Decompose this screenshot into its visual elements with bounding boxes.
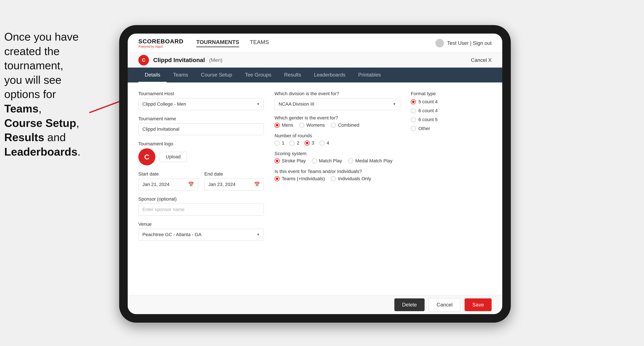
tab-teams[interactable]: Teams [167, 68, 194, 82]
format-other-label: Other [418, 126, 430, 131]
annotation-course-setup: Course Setup [4, 117, 76, 129]
annotation-line3: tournament, [4, 59, 64, 72]
rounds-4-radio[interactable] [320, 141, 324, 146]
division-group: Which division is the event for? NCAA Di… [274, 91, 400, 110]
tournament-gender: (Men) [209, 57, 222, 63]
gender-mens-label: Mens [282, 122, 293, 128]
venue-label: Venue [138, 221, 264, 227]
teams-radio-group: Teams (+Individuals) Individuals Only [274, 176, 400, 181]
gender-womens-radio[interactable] [299, 123, 304, 128]
format-5count4-label: 5 count 4 [418, 99, 438, 105]
end-date-input[interactable]: Jan 23, 2024 📅 [204, 178, 264, 190]
tab-details[interactable]: Details [138, 68, 167, 82]
user-sign-out[interactable]: Test User | Sign out [447, 40, 492, 46]
date-row: Start date Jan 21, 2024 📅 End date Jan 2… [138, 171, 264, 190]
format-6count4-radio[interactable] [411, 108, 416, 113]
nav-link-teams[interactable]: TEAMS [250, 39, 269, 47]
save-button[interactable]: Save [464, 298, 492, 311]
annotation-results: Results [4, 131, 44, 144]
nav-links: TOURNAMENTS TEAMS [196, 39, 269, 47]
col-far-right: Format type 5 count 4 6 count 4 6 count … [411, 91, 492, 287]
venue-select[interactable]: Peachtree GC - Atlanta - GA ▼ [138, 229, 264, 241]
teams-plus-individuals[interactable]: Teams (+Individuals) [274, 176, 325, 181]
rounds-1-radio[interactable] [274, 141, 280, 146]
individuals-only-label: Individuals Only [338, 176, 371, 181]
rounds-3-radio[interactable] [304, 141, 310, 146]
scoring-match[interactable]: Match Play [312, 158, 342, 164]
format-5count4-radio[interactable] [411, 99, 416, 104]
gender-group: Which gender is the event for? Mens Wome… [274, 115, 400, 128]
sponsor-input[interactable]: Enter sponsor name [138, 204, 264, 215]
rounds-3[interactable]: 3 [304, 140, 314, 146]
scoring-stroke-radio[interactable] [274, 158, 280, 164]
division-arrow-icon: ▼ [393, 102, 396, 106]
annotation-line2: created the [4, 45, 60, 57]
upload-button[interactable]: Upload [160, 152, 187, 162]
tab-results[interactable]: Results [278, 68, 308, 82]
tournament-host-group: Tournament Host Clippd College - Men ▼ [138, 91, 264, 110]
top-nav: SCOREBOARD Powered by clippd TOURNAMENTS… [128, 34, 502, 53]
tournament-host-select[interactable]: Clippd College - Men ▼ [138, 98, 264, 110]
cancel-tournament-button[interactable]: Cancel X [471, 57, 492, 63]
rounds-radio-group: 1 2 3 4 [274, 140, 400, 146]
scoring-stroke[interactable]: Stroke Play [274, 158, 306, 164]
tournament-host-label: Tournament Host [138, 91, 264, 97]
tab-leaderboards[interactable]: Leaderboards [308, 68, 352, 82]
format-6count4[interactable]: 6 count 4 [411, 107, 492, 114]
format-5count4[interactable]: 5 count 4 [411, 98, 492, 105]
gender-womens[interactable]: Womens [299, 122, 325, 128]
start-date-input[interactable]: Jan 21, 2024 📅 [138, 178, 198, 190]
format-other-radio[interactable] [411, 126, 416, 131]
logo-upload-area: C Upload [138, 148, 264, 165]
tab-printables[interactable]: Printables [352, 68, 387, 82]
calendar-icon: 📅 [188, 182, 194, 187]
rounds-2[interactable]: 2 [290, 140, 299, 146]
individuals-only-radio[interactable] [331, 176, 336, 181]
rounds-label: Number of rounds [274, 133, 400, 139]
tab-course-setup[interactable]: Course Setup [194, 68, 238, 82]
format-other[interactable]: Other [411, 125, 492, 132]
gender-mens[interactable]: Mens [274, 122, 293, 128]
logo-area: SCOREBOARD Powered by clippd [138, 38, 184, 48]
rounds-2-radio[interactable] [290, 141, 294, 146]
gender-womens-label: Womens [306, 122, 325, 128]
scoring-match-radio[interactable] [312, 158, 317, 164]
select-arrow-icon: ▼ [256, 102, 260, 106]
teams-group: Is this event for Teams and/or Individua… [274, 169, 400, 181]
gender-mens-radio[interactable] [274, 123, 280, 128]
cancel-button[interactable]: Cancel [429, 298, 460, 311]
content-area: Tournament Host Clippd College - Men ▼ T… [128, 82, 502, 295]
division-select[interactable]: NCAA Division III ▼ [274, 98, 400, 110]
nav-right: Test User | Sign out [436, 39, 492, 47]
rounds-4[interactable]: 4 [320, 140, 329, 146]
delete-button[interactable]: Delete [394, 298, 424, 311]
teams-plus-label: Teams (+Individuals) [282, 176, 325, 181]
tab-tee-groups[interactable]: Tee Groups [238, 68, 278, 82]
calendar-icon-end: 📅 [254, 182, 260, 187]
gender-combined[interactable]: Combined [331, 122, 359, 128]
rounds-1[interactable]: 1 [274, 140, 284, 146]
format-6count5[interactable]: 6 count 5 [411, 116, 492, 123]
tournament-name-value: Clippd Invitational [142, 127, 180, 132]
gender-combined-radio[interactable] [331, 123, 336, 128]
logo-sub: Powered by clippd [138, 45, 184, 48]
tab-bar: Details Teams Course Setup Tee Groups Re… [128, 68, 502, 82]
individuals-only[interactable]: Individuals Only [331, 176, 371, 181]
teams-plus-radio[interactable] [274, 176, 280, 181]
nav-left: SCOREBOARD Powered by clippd TOURNAMENTS… [138, 38, 269, 48]
scoring-medal[interactable]: Medal Match Play [348, 158, 392, 164]
end-date-label: End date [204, 171, 264, 177]
format-6count5-radio[interactable] [411, 117, 416, 122]
venue-group: Venue Peachtree GC - Atlanta - GA ▼ [138, 221, 264, 241]
format-group: Format type 5 count 4 6 count 4 6 count … [411, 91, 492, 132]
nav-link-tournaments[interactable]: TOURNAMENTS [196, 39, 239, 47]
logo-preview: C [138, 148, 155, 165]
rounds-3-label: 3 [312, 140, 314, 146]
end-date-value: Jan 23, 2024 [208, 182, 236, 187]
annotation-teams: Teams [4, 102, 38, 115]
logo-title: SCOREBOARD [138, 38, 184, 45]
teams-label: Is this event for Teams and/or Individua… [274, 169, 400, 174]
scoring-medal-radio[interactable] [348, 158, 353, 164]
venue-value: Peachtree GC - Atlanta - GA [142, 232, 202, 237]
tournament-name-input[interactable]: Clippd Invitational [138, 123, 264, 135]
